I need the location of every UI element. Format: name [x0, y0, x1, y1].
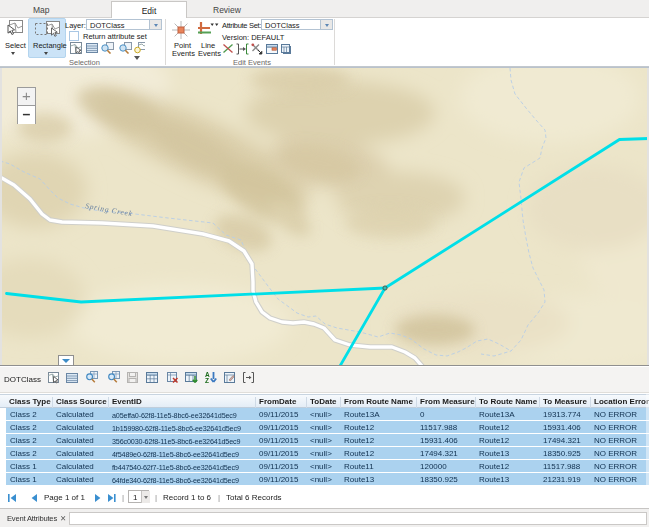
- svg-text:Z: Z: [205, 377, 209, 384]
